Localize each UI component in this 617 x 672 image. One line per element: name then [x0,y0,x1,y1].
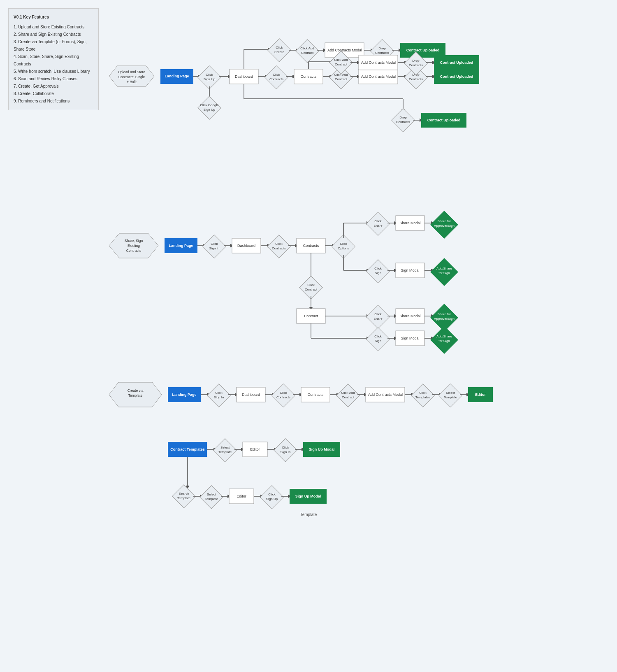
feature-8: 8. Create, Collaborate [14,90,93,98]
svg-text:Click: Click [275,242,283,246]
svg-text:Share: Share [373,317,383,321]
svg-text:Click: Click [282,446,289,449]
svg-text:Drop: Drop [412,59,420,63]
svg-text:Click: Click [206,73,213,77]
svg-text:Contract: Contract [305,288,318,291]
svg-text:Sign In: Sign In [214,395,224,399]
svg-text:for Sign: for Sign [438,271,450,275]
svg-text:Contract Templates: Contract Templates [170,447,204,451]
section2-diagram: Share, Sign Existing Contracts Landing P… [107,198,609,355]
svg-text:Click: Click [215,391,223,395]
diagram-area: Upload and Store Contracts: Single + Bul… [107,8,609,533]
key-features-list: 1. Upload and Store Existing Contracts 2… [14,23,93,105]
svg-text:Sign Up Modal: Sign Up Modal [309,447,335,451]
svg-text:Contract: Contract [304,314,318,318]
svg-text:Template: Template [128,393,143,398]
svg-text:Click: Click [211,242,218,246]
svg-text:Template: Template [300,512,317,517]
svg-text:Drop: Drop [378,47,386,50]
key-features-panel: V0.1 Key Features 1. Upload and Store Ex… [8,8,99,110]
svg-text:Add Contracts Modal: Add Contracts Modal [361,74,396,79]
svg-text:Contract Uploaded: Contract Uploaded [440,60,473,65]
svg-text:Click: Click [374,335,382,338]
svg-text:Contracts: Contracts [126,249,141,253]
svg-text:Contract Uploaded: Contract Uploaded [440,74,473,79]
svg-text:Contracts: Contracts [301,74,317,79]
svg-text:Select: Select [446,391,455,395]
svg-text:for Sign: for Sign [438,339,450,343]
svg-text:Share, Sign: Share, Sign [125,239,143,243]
svg-text:Editor: Editor [250,447,260,451]
svg-text:Sign In: Sign In [209,246,220,250]
svg-text:Editor: Editor [237,494,246,498]
svg-text:Contract Uploaded: Contract Uploaded [406,48,440,52]
svg-text:Contracts: Contracts [276,395,290,399]
svg-text:Landing Page: Landing Page [172,393,196,397]
svg-text:Add Contracts Modal: Add Contracts Modal [327,48,362,52]
svg-text:Sign Up Modal: Sign Up Modal [295,494,321,498]
key-features-title: V0.1 Key Features [14,14,93,21]
svg-text:Select: Select [220,446,230,449]
svg-text:Contract: Contract [342,395,355,399]
svg-text:Dashboard: Dashboard [242,393,260,397]
svg-text:Click: Click [419,391,427,395]
svg-text:Add/Share: Add/Share [436,335,452,338]
svg-text:Click Add: Click Add [341,391,355,395]
svg-text:Approval/Sign: Approval/Sign [434,224,455,228]
svg-text:Sign Up: Sign Up [204,108,216,112]
svg-text:Sign Up: Sign Up [266,497,278,501]
svg-text:Template: Template [444,395,457,399]
svg-text:Landing Page: Landing Page [165,74,189,78]
svg-text:Click: Click [268,493,276,496]
svg-text:+ Bulk: + Bulk [127,80,137,84]
svg-text:Sign Up: Sign Up [204,77,216,81]
svg-text:Contracts: Contracts [308,393,324,397]
svg-text:Existing: Existing [128,244,140,248]
svg-text:Contracts: Single: Contracts: Single [118,75,145,79]
svg-text:Click: Click [374,312,382,316]
svg-text:Contract: Contract [335,77,348,81]
svg-text:Share for: Share for [438,312,451,316]
svg-text:Add Contracts Modal: Add Contracts Modal [361,60,396,65]
svg-text:Template: Template [205,497,218,501]
feature-5: 5. Write from scratch. Use clauses Libra… [14,68,93,75]
svg-text:Share Modal: Share Modal [399,314,420,318]
section1-diagram: Upload and Store Contracts: Single + Bul… [107,8,609,181]
svg-text:Click: Click [374,267,382,270]
svg-text:Click: Click [307,283,315,287]
svg-text:Dashboard: Dashboard [235,74,253,79]
svg-text:Click: Click [340,242,347,246]
svg-text:Click Add: Click Add [300,47,314,50]
svg-text:Contract: Contract [335,63,348,66]
svg-text:Templates: Templates [415,395,430,399]
svg-text:Editor: Editor [475,393,486,397]
svg-text:Dashboard: Dashboard [237,244,255,248]
svg-text:Click: Click [273,73,280,77]
svg-text:Template: Template [218,450,232,454]
svg-text:Create: Create [274,50,285,54]
feature-4: 4. Scan, Store, Share, Sign Existing Con… [14,53,93,68]
svg-text:Contract: Contract [301,51,314,55]
svg-text:Search: Search [179,492,189,495]
section3-diagram: Create via Template Landing Page Click S… [107,372,609,520]
svg-text:Sign Modal: Sign Modal [401,268,419,272]
svg-text:Sign: Sign [375,271,381,275]
svg-text:Options: Options [338,246,349,250]
svg-text:Contracts: Contracts [269,77,283,81]
svg-text:Click: Click [276,46,283,49]
svg-text:Share for: Share for [438,219,451,223]
svg-text:Contract Uploaded: Contract Uploaded [427,118,461,122]
svg-text:Landing Page: Landing Page [169,244,193,248]
svg-text:Click: Click [374,219,382,223]
feature-3: 3. Create via Template (or Forms), Sign,… [14,38,93,53]
svg-text:Approval/Sign: Approval/Sign [434,317,455,321]
svg-text:Click Google: Click Google [200,103,219,107]
svg-text:Contracts: Contracts [272,246,286,250]
feature-1: 1. Upload and Store Existing Contracts [14,23,93,31]
svg-text:Drop: Drop [399,116,407,119]
svg-text:Contracts: Contracts [375,51,389,55]
svg-text:Upload and Store: Upload and Store [118,70,145,74]
svg-text:Sign In: Sign In [281,450,291,454]
feature-2: 2. Share and Sign Existing Contracts [14,31,93,38]
svg-text:Share Modal: Share Modal [399,221,420,225]
